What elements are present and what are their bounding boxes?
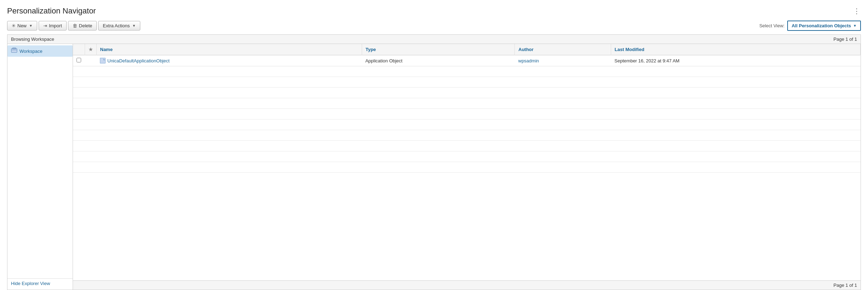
select-view-dropdown[interactable]: All Personalization Objects ▼ <box>787 21 861 31</box>
table-empty-row <box>73 130 861 141</box>
col-header-check <box>73 44 85 55</box>
row-checkbox-cell <box>73 55 85 66</box>
import-icon: ⇥ <box>43 23 47 28</box>
data-table: ★ Name Type Author Last Modifie <box>73 44 861 173</box>
select-view-arrow: ▼ <box>853 24 857 28</box>
sidebar-footer: Hide Explorer View <box>7 278 73 290</box>
row-name-link[interactable]: UnicaDefaultApplicationObject <box>107 58 170 63</box>
workspace-icon <box>11 48 17 55</box>
delete-button[interactable]: 🗑 Delete <box>68 21 97 30</box>
delete-icon: 🗑 <box>73 23 77 28</box>
table-empty-row <box>73 77 861 88</box>
toolbar: ✳ New ▼ ⇥ Import 🗑 Delete Extra Actions … <box>7 21 861 31</box>
col-header-last-modified[interactable]: Last Modified <box>611 44 860 55</box>
page-header: Personalization Navigator ⋮ <box>7 6 861 16</box>
main-area: Browsing Workspace Page 1 of 1 <box>7 34 861 290</box>
select-view-label: Select View: <box>759 23 784 28</box>
table-empty-row <box>73 98 861 109</box>
sidebar: Workspace Hide Explorer View <box>7 44 73 290</box>
sidebar-item-workspace[interactable]: Workspace <box>7 45 73 57</box>
extra-actions-label: Extra Actions <box>103 23 130 28</box>
workspace-label: Workspace <box>19 49 43 54</box>
row-type-cell: Application Object <box>362 55 515 66</box>
row-star-cell <box>85 55 96 66</box>
table-empty-row <box>73 162 861 173</box>
table-empty-row <box>73 119 861 130</box>
table-header-row: ★ Name Type Author Last Modifie <box>73 44 861 55</box>
row-author-cell: wpsadmin <box>515 55 611 66</box>
col-header-star: ★ <box>85 44 96 55</box>
row-checkbox[interactable] <box>77 58 81 62</box>
extra-actions-arrow: ▼ <box>132 24 136 28</box>
col-header-author[interactable]: Author <box>515 44 611 55</box>
content-area: Workspace Hide Explorer View ★ Name <box>7 44 861 290</box>
row-author-link[interactable]: wpsadmin <box>518 58 539 63</box>
new-star-icon: ✳ <box>12 23 16 28</box>
hide-explorer-link[interactable]: Hide Explorer View <box>11 281 50 286</box>
col-header-name[interactable]: Name <box>96 44 362 55</box>
table-footer-pagination: Page 1 of 1 <box>834 283 857 288</box>
sidebar-items: Workspace <box>7 44 73 58</box>
table-area: ★ Name Type Author Last Modifie <box>73 44 861 290</box>
table-row: UnicaDefaultApplicationObjectApplication… <box>73 55 861 66</box>
page-title: Personalization Navigator <box>7 6 96 16</box>
select-view-area: Select View: All Personalization Objects… <box>759 21 861 31</box>
new-button-label: New <box>17 23 27 28</box>
browsing-bar-label: Browsing Workspace <box>11 37 54 42</box>
page-wrapper: Personalization Navigator ⋮ ✳ New ▼ ⇥ Im… <box>0 0 868 290</box>
import-button-label: Import <box>49 23 62 28</box>
browsing-bar-pagination: Page 1 of 1 <box>834 37 857 42</box>
kebab-menu-icon[interactable]: ⋮ <box>853 7 861 15</box>
row-name-cell: UnicaDefaultApplicationObject <box>96 55 362 66</box>
delete-button-label: Delete <box>79 23 92 28</box>
table-empty-row <box>73 66 861 77</box>
table-empty-row <box>73 109 861 119</box>
import-button[interactable]: ⇥ Import <box>39 21 67 30</box>
table-footer: Page 1 of 1 <box>73 280 861 290</box>
extra-actions-button[interactable]: Extra Actions ▼ <box>98 21 140 30</box>
file-icon <box>100 58 106 63</box>
svg-rect-1 <box>12 48 16 49</box>
col-header-type: Type <box>362 44 515 55</box>
select-view-value: All Personalization Objects <box>791 23 851 28</box>
browsing-bar: Browsing Workspace Page 1 of 1 <box>7 35 861 44</box>
row-last-modified-cell: September 16, 2022 at 9:47 AM <box>611 55 860 66</box>
table-empty-row <box>73 88 861 98</box>
new-dropdown-arrow: ▼ <box>29 24 33 28</box>
new-button[interactable]: ✳ New ▼ <box>7 21 37 30</box>
svg-rect-0 <box>11 49 17 52</box>
table-empty-row <box>73 141 861 151</box>
table-body: UnicaDefaultApplicationObjectApplication… <box>73 55 861 173</box>
table-empty-row <box>73 151 861 162</box>
